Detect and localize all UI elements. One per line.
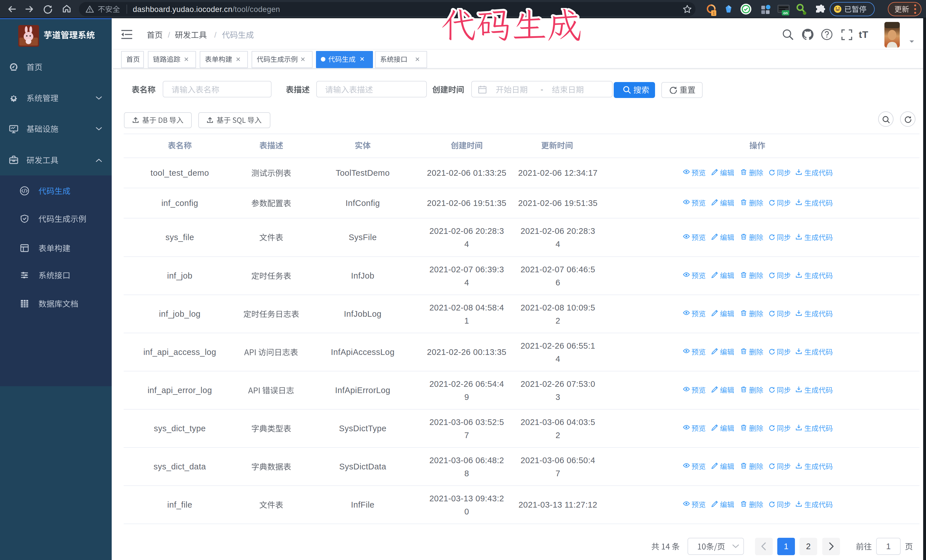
svg-text:on: on — [783, 11, 788, 15]
svg-text:1: 1 — [713, 11, 715, 15]
